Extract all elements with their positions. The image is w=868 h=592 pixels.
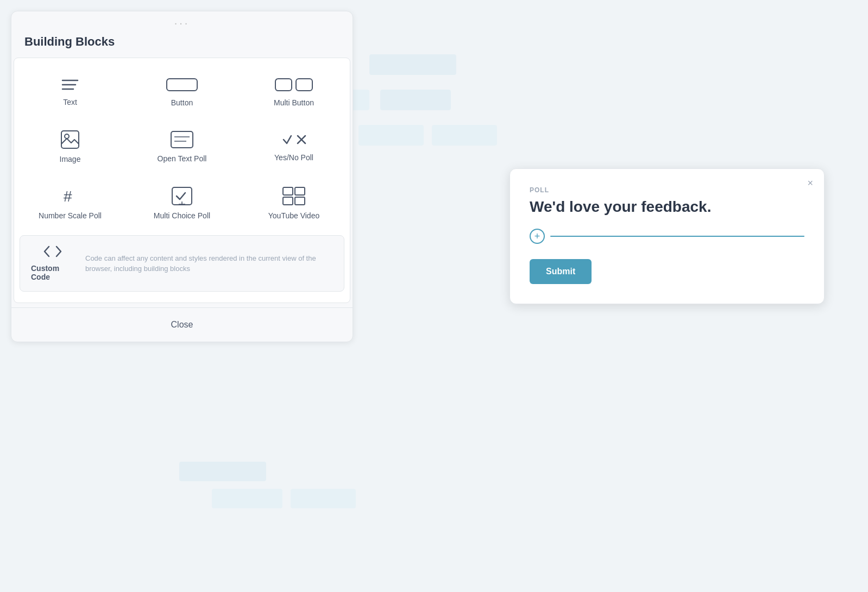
- image-icon: [60, 130, 80, 149]
- blocks-grid-container: Text Button Multi But: [14, 58, 350, 303]
- block-yes-no-poll[interactable]: Yes/No Poll: [238, 117, 350, 173]
- svg-text:#: #: [64, 188, 72, 205]
- submit-button[interactable]: Submit: [530, 259, 592, 284]
- custom-code-label: Custom Code: [31, 264, 74, 281]
- close-button[interactable]: Close: [11, 307, 353, 342]
- svg-point-7: [65, 134, 69, 138]
- block-text-label: Text: [63, 98, 77, 106]
- code-icon: [43, 245, 62, 261]
- modal-title: We'd love your feedback.: [530, 198, 804, 216]
- text-icon: [60, 77, 80, 92]
- slider-plus-icon: +: [530, 229, 545, 244]
- multi-button-icon: [274, 77, 313, 93]
- svg-rect-5: [296, 79, 312, 91]
- button-icon: [166, 77, 198, 93]
- block-button[interactable]: Button: [126, 64, 238, 117]
- block-number-scale-poll[interactable]: # Number Scale Poll: [14, 173, 126, 230]
- block-multi-button-label: Multi Button: [274, 98, 314, 107]
- block-multi-choice-poll[interactable]: Multi Choice Poll: [126, 173, 238, 230]
- svg-rect-18: [283, 197, 293, 205]
- svg-rect-3: [167, 79, 197, 91]
- svg-rect-6: [61, 131, 79, 148]
- block-multi-button[interactable]: Multi Button: [238, 64, 350, 117]
- building-blocks-panel: ··· Building Blocks Text: [11, 11, 353, 342]
- modal-close-button[interactable]: ×: [807, 178, 813, 189]
- block-image[interactable]: Image: [14, 117, 126, 173]
- blocks-grid: Text Button Multi But: [14, 64, 350, 230]
- block-button-label: Button: [171, 98, 193, 107]
- panel-drag-handle: ···: [11, 11, 353, 33]
- slider-track[interactable]: [550, 236, 804, 237]
- custom-code-section[interactable]: Custom Code Code can affect any content …: [20, 235, 344, 292]
- svg-rect-8: [171, 131, 193, 148]
- block-open-text-poll[interactable]: Open Text Poll: [126, 117, 238, 173]
- custom-code-description: Code can affect any content and styles r…: [85, 253, 333, 274]
- block-image-label: Image: [60, 155, 81, 163]
- block-multi-choice-poll-label: Multi Choice Poll: [154, 211, 210, 220]
- yes-no-poll-icon: [280, 131, 307, 148]
- block-youtube-video[interactable]: YouTube Video: [238, 173, 350, 230]
- slider-container: +: [530, 229, 804, 244]
- svg-rect-19: [295, 197, 305, 205]
- svg-rect-17: [295, 187, 305, 195]
- open-text-poll-icon: [170, 130, 194, 149]
- svg-rect-16: [283, 187, 293, 195]
- number-scale-poll-icon: #: [60, 186, 80, 206]
- svg-rect-4: [275, 79, 292, 91]
- modal-label: POLL: [530, 186, 804, 194]
- block-text[interactable]: Text: [14, 64, 126, 117]
- panel-title: Building Blocks: [11, 33, 353, 58]
- block-number-scale-poll-label: Number Scale Poll: [39, 211, 102, 220]
- poll-modal: × POLL We'd love your feedback. + Submit: [510, 168, 825, 304]
- block-yes-no-poll-label: Yes/No Poll: [274, 153, 313, 162]
- block-youtube-video-label: YouTube Video: [268, 211, 319, 220]
- youtube-video-icon: [282, 186, 306, 206]
- block-open-text-poll-label: Open Text Poll: [158, 154, 207, 163]
- custom-code-left: Custom Code: [31, 245, 74, 281]
- multi-choice-poll-icon: [171, 186, 193, 206]
